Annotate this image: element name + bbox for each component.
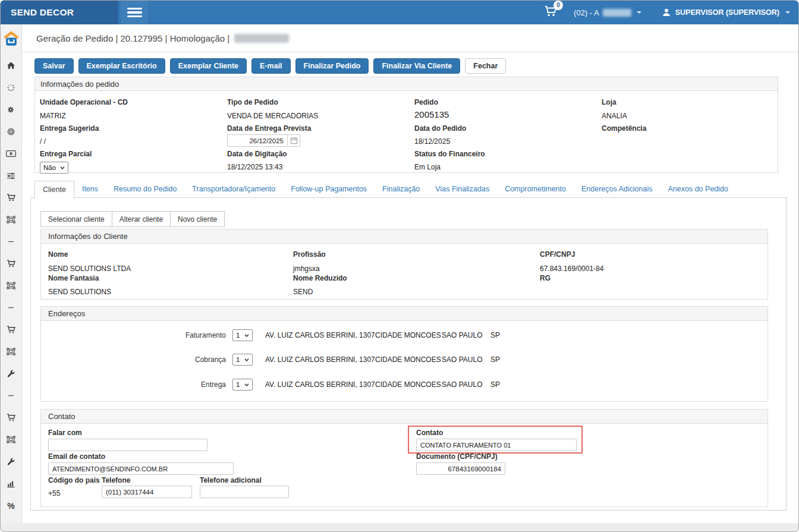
client-actions: Selecionar cliente Alterar cliente Novo … [40, 211, 224, 227]
fechar-button[interactable]: Fechar [465, 58, 506, 74]
cart-icon[interactable] [1, 253, 21, 275]
redacted-branch-name [603, 9, 631, 17]
selecionar-cliente-button[interactable]: Selecionar cliente [40, 211, 112, 227]
exemplar-cliente-button[interactable]: Exemplar Cliente [170, 58, 247, 74]
cpf-cnpj-value: 67.843.169/0001-84 [540, 265, 603, 273]
cart-icon[interactable] [1, 319, 21, 341]
cart-icon[interactable] [1, 407, 21, 429]
bar-chart-icon[interactable] [1, 473, 21, 495]
rg-label: RG [540, 274, 551, 282]
percent-icon[interactable]: % [1, 495, 21, 517]
pedido-value: 2005135 [414, 109, 449, 119]
chevron-down-icon [785, 11, 790, 14]
salvar-button[interactable]: Salvar [34, 58, 74, 74]
address-row-entrega: Entrega 1 AV. LUIZ CARLOS BERRINI, 1307 … [41, 378, 767, 391]
data-pedido-label: Data do Pedido [414, 124, 466, 133]
object-group-icon[interactable] [1, 429, 21, 451]
nome-reduzido-label: Nome Reduzido [293, 274, 347, 282]
order-toolbar: Salvar Exemplar Escritório Exemplar Clie… [34, 58, 506, 74]
tab-vias-finalizadas[interactable]: Vias Finalizadas [427, 181, 497, 197]
exemplar-escritorio-button[interactable]: Exemplar Escritório [78, 58, 165, 74]
sliders-icon[interactable] [1, 165, 21, 187]
finalizar-pedido-button[interactable]: Finalizar Pedido [295, 58, 369, 74]
telefone-label: Telefone [102, 476, 130, 484]
chevron-down-icon [637, 11, 641, 14]
client-info-panel: Informações do Cliente Nome SEND SOLUTIO… [40, 229, 768, 300]
user-menu[interactable]: SUPERVISOR (SUPERVISOR) [662, 8, 790, 17]
competencia-label: Competência [602, 124, 646, 133]
entrega-parcial-label: Entrega Parcial [40, 150, 92, 158]
tab-enderecos-adicionais[interactable]: Endereços Adicionais [574, 181, 660, 197]
tab-anexos-do-pedido[interactable]: Anexos do Pedido [660, 181, 736, 197]
faturamento-number-select[interactable]: 1 [232, 329, 253, 341]
faturamento-state: SP [490, 331, 500, 339]
data-entrega-prevista-input[interactable] [227, 134, 288, 147]
home-icon[interactable] [1, 55, 21, 77]
branch-selector[interactable]: (02) - A [574, 8, 641, 17]
cart-button[interactable]: 0 [544, 5, 557, 20]
cobranca-city: SAO PAULO [442, 355, 483, 364]
profissao-label: Profissão [293, 250, 326, 259]
brand-title: SEND DECOR [1, 1, 118, 24]
data-digitacao-label: Data de Digitação [227, 150, 287, 158]
bullseye-icon[interactable] [1, 121, 21, 143]
money-icon[interactable] [1, 143, 21, 165]
codigo-pais-value: +55 [48, 489, 60, 498]
contato-label: Contato [416, 429, 443, 437]
unidade-value: MATRIZ [40, 112, 66, 120]
address-row-cobranca: Cobrança 1 AV. LUIZ CARLOS BERRINI, 1307… [41, 353, 767, 366]
pedido-label: Pedido [414, 98, 438, 106]
sidebar-nav: % [1, 55, 21, 517]
email-button[interactable]: E-mail [251, 58, 291, 74]
email-contato-label: Email de contato [48, 452, 105, 461]
novo-cliente-button[interactable]: Novo cliente [170, 211, 225, 227]
status-financeiro-value: Em Loja [414, 163, 441, 171]
documento-input[interactable] [416, 462, 505, 475]
spinner-icon[interactable] [1, 77, 21, 99]
cobranca-number-select[interactable]: 1 [232, 354, 253, 366]
gears-icon[interactable] [1, 99, 21, 121]
cobranca-district: CIDADE MONCOES [375, 355, 435, 364]
cart-icon[interactable] [1, 187, 21, 209]
wrench-icon[interactable] [1, 451, 21, 473]
faturamento-label: Faturamento [41, 331, 226, 339]
entrega-parcial-select[interactable]: Não [40, 162, 68, 174]
faturamento-city: SAO PAULO [442, 331, 483, 339]
telefone-input[interactable] [102, 486, 192, 498]
tab-transportadora-icamento[interactable]: Transportadora/Içamento [184, 181, 283, 197]
hamburger-menu-icon[interactable] [121, 1, 148, 24]
wrench-icon[interactable] [1, 363, 21, 385]
telefone-adicional-input[interactable] [200, 486, 289, 498]
finalizar-via-cliente-button[interactable]: Finalizar Via Cliente [373, 58, 460, 74]
minus-icon [1, 297, 21, 319]
tab-follow-up-pagamentos[interactable]: Follow-up Pagamentos [283, 181, 375, 197]
tab-resumo-do-pedido[interactable]: Resumo do Pedido [106, 181, 184, 197]
data-entrega-prevista-label: Data de Entrega Prevista [227, 124, 311, 133]
email-contato-input[interactable] [48, 462, 234, 475]
entrega-label: Entrega [41, 380, 226, 389]
tab-comprometimento[interactable]: Comprometimento [497, 181, 574, 197]
alterar-cliente-button[interactable]: Alterar cliente [112, 211, 171, 227]
cobranca-state: SP [490, 355, 500, 364]
tab-cliente[interactable]: Cliente [34, 181, 74, 199]
entrega-street: AV. LUIZ CARLOS BERRINI, 1307 [265, 380, 369, 389]
nome-reduzido-value: SEND [293, 288, 313, 296]
tab-itens[interactable]: Itens [74, 181, 106, 197]
calendar-icon[interactable] [288, 134, 300, 147]
object-group-icon[interactable] [1, 341, 21, 363]
contato-input[interactable] [416, 439, 577, 451]
breadcrumb-bar: Geração de Pedido | 20.127995 | Homologa… [22, 24, 799, 52]
address-row-faturamento: Faturamento 1 AV. LUIZ CARLOS BERRINI, 1… [41, 329, 767, 342]
breadcrumb: Geração de Pedido | 20.127995 | Homologa… [36, 33, 229, 43]
order-info-title: Informações do pedido [35, 77, 778, 91]
contact-title: Contato [41, 410, 767, 424]
falar-com-input[interactable] [48, 439, 207, 451]
data-digitacao-value: 18/12/2025 13:43 [227, 163, 282, 171]
cobranca-street: AV. LUIZ CARLOS BERRINI, 1307 [265, 355, 369, 364]
addresses-title: Endereços [41, 307, 767, 321]
object-group-icon[interactable] [1, 209, 21, 231]
object-group-icon[interactable] [1, 275, 21, 297]
tab-finalizacao[interactable]: Finalização [375, 181, 427, 197]
unidade-label: Unidade Operacional - CD [40, 98, 128, 106]
entrega-number-select[interactable]: 1 [232, 379, 253, 391]
